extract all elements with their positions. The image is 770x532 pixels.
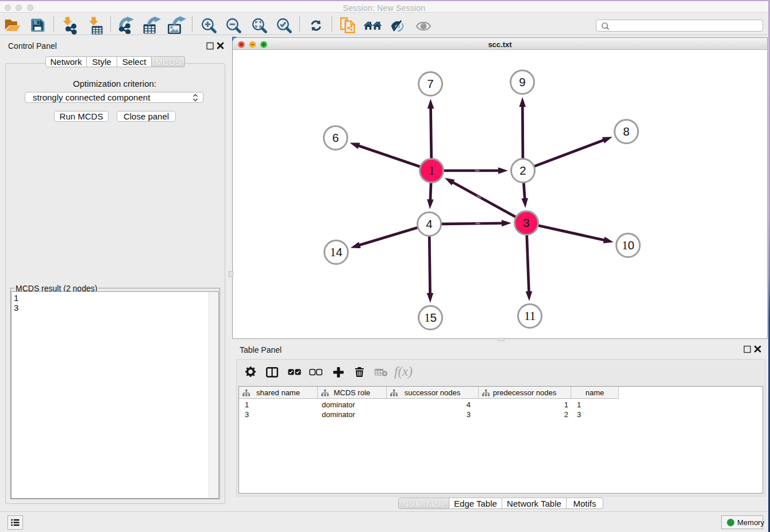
svg-text:2: 2 <box>519 164 526 177</box>
svg-text:3: 3 <box>523 216 529 229</box>
svg-text:9: 9 <box>519 75 525 88</box>
svg-text:1: 1 <box>429 164 434 177</box>
svg-text:8: 8 <box>623 125 629 138</box>
svg-text:7: 7 <box>427 77 433 90</box>
svg-text:15: 15 <box>424 311 437 324</box>
svg-text:4: 4 <box>426 217 432 230</box>
svg-text:10: 10 <box>622 238 634 252</box>
svg-text:11: 11 <box>524 310 536 322</box>
svg-text:14: 14 <box>330 245 342 259</box>
svg-text:6: 6 <box>332 131 338 144</box>
